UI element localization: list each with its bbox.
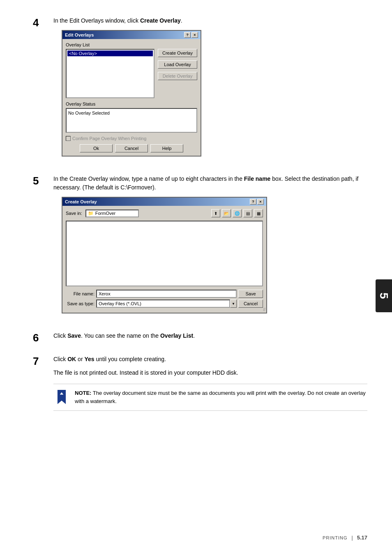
step-7-end: until you complete creating. [95, 356, 166, 362]
side-tab-number: 5 [377, 293, 390, 299]
edit-overlays-right: Create Overlay Load Overlay Delete Overl… [158, 49, 197, 82]
step-4-bold: Create Overlay [140, 17, 181, 24]
save-in-value: FormOver [95, 211, 116, 216]
overlay-list-label: Overlay List [66, 42, 197, 47]
create-overlay-window: Create Overlay ? × Save in: 📁 FormOv [62, 197, 267, 313]
edit-overlays-titlebar: Edit Overlays ? × [62, 31, 201, 39]
overlay-status-text: No Overlay Selected [68, 111, 110, 115]
new-folder-icon[interactable]: 📂 [222, 209, 231, 217]
overlay-status-label: Overlay Status [66, 101, 197, 106]
co-file-area [66, 221, 263, 286]
save-button[interactable]: Save [238, 290, 263, 298]
dialog-button-row: Ok Cancel Help [66, 144, 197, 152]
step-6-content: Click Save. You can see the name on the … [53, 332, 367, 345]
file-name-input[interactable] [96, 290, 237, 298]
step-4-text: In the Edit Overlays window, click Creat… [53, 16, 367, 25]
save-as-dropdown-arrow[interactable]: ▼ [230, 300, 237, 308]
co-titlebar-buttons: ? × [250, 199, 264, 205]
create-overlay-titlebar: Create Overlay ? × [62, 198, 266, 206]
note-label: NOTE: [75, 390, 91, 396]
cancel-button[interactable]: Cancel [115, 144, 148, 152]
note-body: The overlay document size must be the sa… [75, 390, 366, 404]
confirm-checkbox-label: Confirm Page Overlay When Printing [72, 136, 146, 141]
co-saveastype-row: Save as type: Overlay Files (*.OVL) ▼ Ca… [66, 300, 263, 308]
step-6-bold2: Overlay List [160, 332, 193, 339]
overlay-list-item[interactable]: <No Overlay> [67, 51, 153, 56]
svg-marker-0 [58, 390, 66, 404]
edit-overlays-body: Overlay List <No Overlay> Create Overlay… [62, 39, 201, 156]
co-field-right-save: Save [238, 290, 263, 298]
step-6-number: 6 [33, 332, 49, 344]
delete-overlay-button[interactable]: Delete Overlay [158, 72, 197, 80]
edit-overlays-left: <No Overlay> [66, 49, 154, 101]
step-7-number: 7 [33, 355, 49, 368]
folder-icon: 📁 [88, 211, 94, 216]
up-folder-icon[interactable]: ⬆ [211, 209, 220, 217]
step-6-end: . [193, 332, 195, 339]
note-box: NOTE: The overlay document size must be … [53, 384, 367, 411]
co-filename-row: File name: Save [66, 290, 263, 298]
step-4-content: In the Edit Overlays window, click Creat… [53, 16, 367, 165]
create-overlay-button[interactable]: Create Overlay [158, 49, 197, 57]
step-6: 6 Click Save. You can see the name on th… [33, 332, 367, 345]
step-4: 4 In the Edit Overlays window, click Cre… [33, 16, 367, 165]
step-7-text: Click OK or Yes until you complete creat… [53, 355, 367, 364]
overlay-listbox[interactable]: <No Overlay> [66, 49, 154, 98]
detail-view-icon[interactable]: ▦ [254, 209, 263, 217]
step-6-text: Click Save. You can see the name on the … [53, 332, 367, 340]
footer-section: PRINTING [323, 535, 348, 540]
edit-overlays-dialog: Edit Overlays ? × Overlay List <No Overl… [62, 30, 367, 165]
step-4-text-before: In the Edit Overlays window, click [53, 17, 140, 24]
step-4-text-after: . [181, 17, 182, 24]
step-5: 5 In the Create Overlay window, type a n… [33, 175, 367, 322]
close-button[interactable]: × [191, 32, 198, 38]
step-7-content: Click OK or Yes until you complete creat… [53, 355, 367, 411]
note-text: NOTE: The overlay document size must be … [75, 389, 367, 405]
side-tab: 5 [376, 279, 392, 312]
save-as-select-wrapper: Overlay Files (*.OVL) ▼ [96, 300, 237, 308]
resize-handle: // [263, 308, 265, 312]
co-field-right-cancel: Cancel [238, 300, 263, 308]
confirm-checkbox[interactable] [66, 136, 71, 141]
step-5-number: 5 [33, 175, 49, 187]
co-toolbar: Save in: 📁 FormOver ⬆ 📂 🌐 ▤ ▦ [66, 209, 263, 217]
step-5-text-before: In the Create Overlay window, type a nam… [53, 175, 244, 182]
help-dialog-button[interactable]: Help [150, 144, 183, 152]
footer-spacer: | [352, 535, 353, 541]
overlay-status-box: No Overlay Selected [66, 108, 197, 133]
file-name-label: File name: [66, 291, 95, 296]
edit-overlays-window: Edit Overlays ? × Overlay List <No Overl… [62, 30, 201, 157]
step-6-mid: . You can see the name on the [81, 332, 160, 339]
network-icon[interactable]: 🌐 [233, 209, 242, 217]
co-help-button[interactable]: ? [250, 199, 256, 205]
step-5-bold: File name [244, 175, 271, 182]
create-overlay-title: Create Overlay [65, 199, 97, 204]
edit-overlays-layout: <No Overlay> Create Overlay Load Overlay… [66, 49, 197, 101]
step-7-mid: or [76, 356, 84, 362]
create-overlay-dialog: Create Overlay ? × Save in: 📁 FormOv [62, 197, 367, 322]
ok-button[interactable]: Ok [80, 144, 113, 152]
step-7: 7 Click OK or Yes until you complete cre… [33, 355, 367, 411]
step-6-pre: Click [53, 332, 67, 339]
bookmark-svg [54, 390, 69, 405]
page-footer: PRINTING | 5.17 [323, 535, 367, 541]
note-icon [53, 389, 70, 406]
step-7-subtext: The file is not printed out. Instead it … [53, 369, 367, 377]
load-overlay-button[interactable]: Load Overlay [158, 60, 197, 69]
create-overlay-body: Save in: 📁 FormOver ⬆ 📂 🌐 ▤ ▦ [62, 206, 266, 313]
step-5-text: In the Create Overlay window, type a nam… [53, 175, 367, 192]
edit-overlays-title: Edit Overlays [65, 32, 94, 37]
step-7-pre: Click [53, 356, 67, 362]
footer-section-num: 5. [357, 535, 362, 541]
list-view-icon[interactable]: ▤ [243, 209, 252, 217]
help-button[interactable]: ? [184, 32, 191, 38]
save-in-label: Save in: [66, 211, 82, 216]
step-5-content: In the Create Overlay window, type a nam… [53, 175, 367, 322]
co-cancel-button[interactable]: Cancel [238, 300, 263, 308]
save-as-label: Save as type: [66, 301, 95, 306]
step-7-bold2: Yes [84, 356, 94, 362]
footer-page-num: 17 [362, 535, 367, 541]
save-as-value: Overlay Files (*.OVL) [96, 300, 230, 308]
step-4-number: 4 [33, 16, 49, 29]
co-close-button[interactable]: × [257, 199, 264, 205]
